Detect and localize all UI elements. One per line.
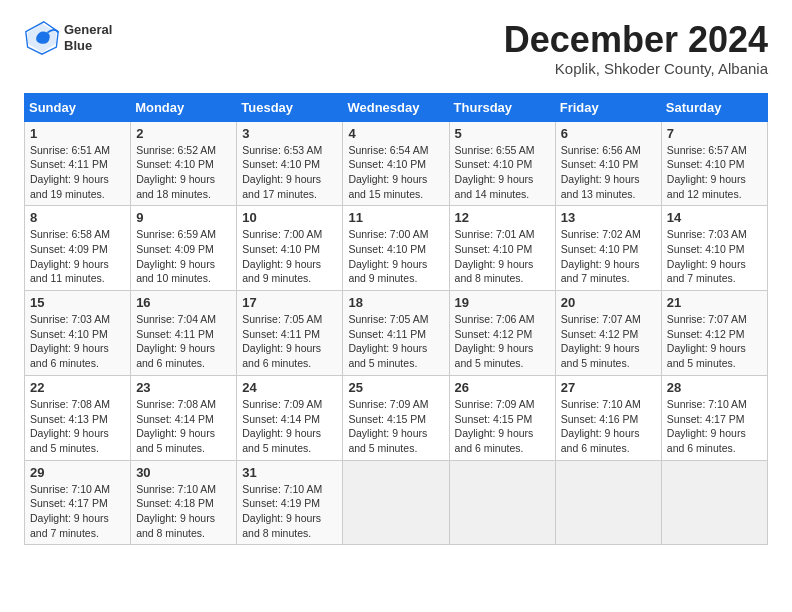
day-number: 13 xyxy=(561,210,656,225)
location: Koplik, Shkoder County, Albania xyxy=(504,60,768,77)
day-info: Daylight: 9 hours and 5 minutes. xyxy=(561,341,656,370)
calendar-cell: 26Sunrise: 7:09 AMSunset: 4:15 PMDayligh… xyxy=(449,375,555,460)
day-info: Daylight: 9 hours and 11 minutes. xyxy=(30,257,125,286)
calendar-cell: 14Sunrise: 7:03 AMSunset: 4:10 PMDayligh… xyxy=(661,206,767,291)
day-info: Sunrise: 7:10 AM xyxy=(667,397,762,412)
day-info: Daylight: 9 hours and 15 minutes. xyxy=(348,172,443,201)
day-info: Sunrise: 7:05 AM xyxy=(348,312,443,327)
calendar-cell: 23Sunrise: 7:08 AMSunset: 4:14 PMDayligh… xyxy=(131,375,237,460)
day-info: Sunrise: 7:10 AM xyxy=(561,397,656,412)
day-info: Sunset: 4:16 PM xyxy=(561,412,656,427)
day-info: Sunrise: 7:08 AM xyxy=(136,397,231,412)
day-info: Daylight: 9 hours and 17 minutes. xyxy=(242,172,337,201)
calendar-week-row: 22Sunrise: 7:08 AMSunset: 4:13 PMDayligh… xyxy=(25,375,768,460)
calendar-week-row: 8Sunrise: 6:58 AMSunset: 4:09 PMDaylight… xyxy=(25,206,768,291)
day-info: Daylight: 9 hours and 7 minutes. xyxy=(561,257,656,286)
day-info: Sunset: 4:11 PM xyxy=(136,327,231,342)
day-info: Daylight: 9 hours and 19 minutes. xyxy=(30,172,125,201)
day-number: 1 xyxy=(30,126,125,141)
day-number: 28 xyxy=(667,380,762,395)
calendar-cell: 1Sunrise: 6:51 AMSunset: 4:11 PMDaylight… xyxy=(25,121,131,206)
day-info: Daylight: 9 hours and 5 minutes. xyxy=(348,341,443,370)
day-number: 23 xyxy=(136,380,231,395)
day-number: 26 xyxy=(455,380,550,395)
day-number: 14 xyxy=(667,210,762,225)
calendar-cell: 15Sunrise: 7:03 AMSunset: 4:10 PMDayligh… xyxy=(25,291,131,376)
day-number: 6 xyxy=(561,126,656,141)
logo: General Blue xyxy=(24,20,112,56)
day-number: 20 xyxy=(561,295,656,310)
day-number: 15 xyxy=(30,295,125,310)
day-number: 10 xyxy=(242,210,337,225)
day-number: 29 xyxy=(30,465,125,480)
day-info: Sunset: 4:09 PM xyxy=(30,242,125,257)
day-info: Sunrise: 7:03 AM xyxy=(30,312,125,327)
day-info: Sunrise: 7:10 AM xyxy=(242,482,337,497)
day-info: Daylight: 9 hours and 6 minutes. xyxy=(561,426,656,455)
day-info: Sunset: 4:10 PM xyxy=(242,157,337,172)
day-info: Sunrise: 7:01 AM xyxy=(455,227,550,242)
calendar-cell: 30Sunrise: 7:10 AMSunset: 4:18 PMDayligh… xyxy=(131,460,237,545)
day-info: Sunrise: 6:51 AM xyxy=(30,143,125,158)
calendar-cell xyxy=(449,460,555,545)
calendar-cell: 13Sunrise: 7:02 AMSunset: 4:10 PMDayligh… xyxy=(555,206,661,291)
day-info: Daylight: 9 hours and 5 minutes. xyxy=(242,426,337,455)
day-number: 30 xyxy=(136,465,231,480)
day-number: 27 xyxy=(561,380,656,395)
day-info: Sunset: 4:11 PM xyxy=(242,327,337,342)
calendar-cell: 25Sunrise: 7:09 AMSunset: 4:15 PMDayligh… xyxy=(343,375,449,460)
day-info: Daylight: 9 hours and 9 minutes. xyxy=(348,257,443,286)
day-info: Daylight: 9 hours and 5 minutes. xyxy=(455,341,550,370)
day-header-tuesday: Tuesday xyxy=(237,93,343,121)
calendar-cell: 6Sunrise: 6:56 AMSunset: 4:10 PMDaylight… xyxy=(555,121,661,206)
day-info: Sunrise: 6:57 AM xyxy=(667,143,762,158)
day-info: Sunrise: 6:55 AM xyxy=(455,143,550,158)
day-info: Sunrise: 7:02 AM xyxy=(561,227,656,242)
day-info: Daylight: 9 hours and 12 minutes. xyxy=(667,172,762,201)
title-area: December 2024 Koplik, Shkoder County, Al… xyxy=(504,20,768,77)
page-header: General Blue December 2024 Koplik, Shkod… xyxy=(24,20,768,77)
day-info: Sunset: 4:18 PM xyxy=(136,496,231,511)
day-number: 8 xyxy=(30,210,125,225)
day-info: Sunrise: 6:52 AM xyxy=(136,143,231,158)
day-info: Sunset: 4:10 PM xyxy=(667,242,762,257)
day-info: Sunrise: 7:10 AM xyxy=(30,482,125,497)
day-header-wednesday: Wednesday xyxy=(343,93,449,121)
day-info: Sunset: 4:15 PM xyxy=(348,412,443,427)
day-info: Sunrise: 7:03 AM xyxy=(667,227,762,242)
day-info: Sunrise: 7:00 AM xyxy=(242,227,337,242)
day-info: Sunset: 4:12 PM xyxy=(667,327,762,342)
calendar-week-row: 29Sunrise: 7:10 AMSunset: 4:17 PMDayligh… xyxy=(25,460,768,545)
day-header-sunday: Sunday xyxy=(25,93,131,121)
logo-icon xyxy=(24,20,60,56)
day-info: Sunset: 4:14 PM xyxy=(242,412,337,427)
day-info: Sunrise: 7:08 AM xyxy=(30,397,125,412)
day-info: Daylight: 9 hours and 5 minutes. xyxy=(136,426,231,455)
day-info: Sunset: 4:10 PM xyxy=(667,157,762,172)
calendar-cell: 21Sunrise: 7:07 AMSunset: 4:12 PMDayligh… xyxy=(661,291,767,376)
day-info: Sunrise: 6:59 AM xyxy=(136,227,231,242)
day-info: Daylight: 9 hours and 9 minutes. xyxy=(242,257,337,286)
calendar-cell: 22Sunrise: 7:08 AMSunset: 4:13 PMDayligh… xyxy=(25,375,131,460)
month-title: December 2024 xyxy=(504,20,768,60)
calendar-week-row: 15Sunrise: 7:03 AMSunset: 4:10 PMDayligh… xyxy=(25,291,768,376)
day-info: Daylight: 9 hours and 14 minutes. xyxy=(455,172,550,201)
day-number: 19 xyxy=(455,295,550,310)
day-info: Daylight: 9 hours and 18 minutes. xyxy=(136,172,231,201)
day-info: Daylight: 9 hours and 6 minutes. xyxy=(30,341,125,370)
day-info: Sunrise: 6:54 AM xyxy=(348,143,443,158)
day-info: Sunset: 4:12 PM xyxy=(455,327,550,342)
day-info: Daylight: 9 hours and 5 minutes. xyxy=(667,341,762,370)
calendar-cell: 9Sunrise: 6:59 AMSunset: 4:09 PMDaylight… xyxy=(131,206,237,291)
day-number: 21 xyxy=(667,295,762,310)
day-info: Daylight: 9 hours and 13 minutes. xyxy=(561,172,656,201)
day-info: Sunrise: 7:04 AM xyxy=(136,312,231,327)
day-info: Sunrise: 7:05 AM xyxy=(242,312,337,327)
day-info: Sunrise: 7:09 AM xyxy=(455,397,550,412)
calendar-cell: 10Sunrise: 7:00 AMSunset: 4:10 PMDayligh… xyxy=(237,206,343,291)
calendar-cell: 4Sunrise: 6:54 AMSunset: 4:10 PMDaylight… xyxy=(343,121,449,206)
day-info: Sunset: 4:10 PM xyxy=(30,327,125,342)
day-info: Sunset: 4:10 PM xyxy=(561,157,656,172)
calendar-cell xyxy=(343,460,449,545)
day-header-saturday: Saturday xyxy=(661,93,767,121)
